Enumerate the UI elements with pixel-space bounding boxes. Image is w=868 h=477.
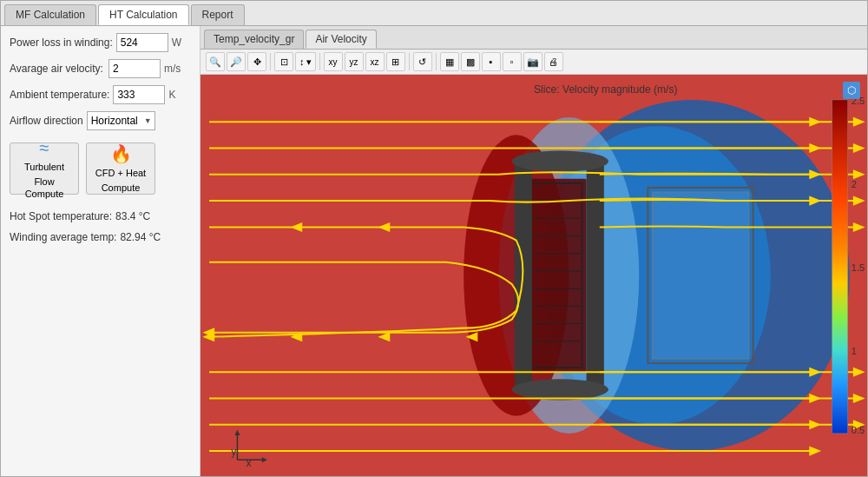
visualization-area[interactable]: Slice: Velocity magnitude (m/s) y x <box>201 75 867 476</box>
toolbar-sep-2 <box>319 53 320 70</box>
camera-icon: 📷 <box>527 56 539 68</box>
air-velocity-row: Avarage air velocity: m/s <box>10 59 191 78</box>
svg-rect-52 <box>832 100 848 434</box>
air-velocity-input[interactable] <box>108 59 161 78</box>
pan-icon: ✥ <box>253 56 261 68</box>
yz-label: yz <box>350 57 358 67</box>
home-button[interactable]: ⊞ <box>386 52 405 71</box>
airflow-direction-row: Airflow direction Horizontal Vertical ▼ <box>10 111 191 130</box>
yz-view-button[interactable]: yz <box>345 52 364 71</box>
turbulent-flow-compute-button[interactable]: ≈ Turbulent Flow Compute <box>10 142 79 195</box>
xy-view-button[interactable]: xy <box>324 52 343 71</box>
view-mode-3-icon: ▪ <box>490 56 493 67</box>
view-mode-2-button[interactable]: ▩ <box>461 52 480 71</box>
svg-text:x: x <box>247 457 252 469</box>
screenshot-button[interactable]: 📷 <box>523 52 542 71</box>
turbulent-flow-label-line2: Flow Compute <box>14 176 75 199</box>
svg-text:0.5: 0.5 <box>852 425 865 435</box>
cfd-heat-compute-button[interactable]: 🔥 CFD + Heat Compute <box>86 142 155 195</box>
cfd-visualization: Slice: Velocity magnitude (m/s) y x <box>201 75 867 476</box>
content-area: Power loss in winding: W Avarage air vel… <box>1 26 867 476</box>
visualization-toolbar: 🔍 🔎 ✥ ⊡ ↕ ▾ xy <box>201 50 867 75</box>
air-velocity-unit: m/s <box>164 63 181 75</box>
tab-report[interactable]: Report <box>191 4 245 25</box>
pan-button[interactable]: ✥ <box>247 52 266 71</box>
svg-rect-17 <box>587 162 604 390</box>
print-button[interactable]: 🖨 <box>544 52 563 71</box>
svg-point-21 <box>512 379 608 400</box>
fit-button[interactable]: ⊡ <box>274 52 293 71</box>
ambient-temp-row: Ambient temperature: K <box>10 85 191 104</box>
svg-text:2: 2 <box>852 179 857 189</box>
inner-tab-bar: Temp_velocity_gr Air Velocity <box>201 26 867 50</box>
left-panel: Power loss in winding: W Avarage air vel… <box>1 26 201 476</box>
view-mode-4-icon: ▫ <box>510 56 514 67</box>
cfd-heat-icon: 🔥 <box>110 143 132 164</box>
compute-buttons-group: ≈ Turbulent Flow Compute 🔥 CFD + Heat Co… <box>10 142 191 195</box>
svg-point-20 <box>512 151 608 172</box>
toolbar-sep-4 <box>436 53 437 70</box>
airflow-direction-dropdown-wrapper: Horizontal Vertical ▼ <box>87 111 155 130</box>
right-panel: Temp_velocity_gr Air Velocity 🔍 🔎 ✥ ⊡ <box>201 26 867 476</box>
winding-avg-value: 82.94 °C <box>120 231 161 243</box>
view-mode-2-icon: ▩ <box>466 56 475 68</box>
cfd-heat-label-line2: Compute <box>102 182 141 194</box>
svg-text:1.5: 1.5 <box>852 262 865 273</box>
print-icon: 🖨 <box>549 56 558 67</box>
refresh-icon: ↺ <box>418 56 426 68</box>
move-icon: ↕ <box>299 56 305 67</box>
zoom-in-icon: 🔍 <box>209 56 221 68</box>
ambient-temp-unit: K <box>168 89 175 101</box>
turbulent-flow-icon: ≈ <box>40 137 49 158</box>
main-window: MF Calculation HT Calculation Report Pow… <box>0 0 868 477</box>
fit-icon: ⊡ <box>280 56 288 68</box>
zoom-out-button[interactable]: 🔎 <box>227 52 246 71</box>
hot-spot-label: Hot Spot temperature: <box>10 210 112 222</box>
tab-mf-calculation[interactable]: MF Calculation <box>4 4 96 25</box>
winding-avg-label: Winding average temp: <box>10 231 116 243</box>
xz-view-button[interactable]: xz <box>365 52 385 71</box>
toolbar-sep-3 <box>409 53 410 70</box>
top-tab-bar: MF Calculation HT Calculation Report <box>1 1 867 26</box>
move-dropdown-button[interactable]: ↕ ▾ <box>295 52 316 71</box>
hot-spot-row: Hot Spot temperature: 83.4 °C <box>10 210 191 222</box>
zoom-out-icon: 🔎 <box>230 56 242 68</box>
corner-icon: ⬡ <box>843 82 860 99</box>
tab-temp-velocity-gr[interactable]: Temp_velocity_gr <box>204 30 304 49</box>
power-loss-input[interactable] <box>116 33 168 52</box>
hot-spot-value: 83.4 °C <box>115 210 150 222</box>
svg-text:y: y <box>231 446 237 458</box>
xz-label: xz <box>371 57 379 67</box>
tab-ht-calculation[interactable]: HT Calculation <box>98 4 188 25</box>
toolbar-sep-1 <box>270 53 271 70</box>
home-icon: ⊞ <box>391 56 399 68</box>
zoom-in-button[interactable]: 🔍 <box>206 52 225 71</box>
power-loss-label: Power loss in winding: <box>10 36 113 49</box>
svg-rect-19 <box>652 192 748 359</box>
corner-symbol: ⬡ <box>847 84 856 96</box>
chevron-down-icon: ▾ <box>306 56 312 68</box>
view-mode-1-icon: ▦ <box>445 56 454 68</box>
svg-text:1: 1 <box>852 346 857 356</box>
xy-label: xy <box>329 57 338 67</box>
refresh-button[interactable]: ↺ <box>413 52 432 71</box>
airflow-direction-select[interactable]: Horizontal Vertical <box>87 111 155 130</box>
ambient-temp-label: Ambient temperature: <box>10 89 109 101</box>
airflow-direction-label: Airflow direction <box>10 115 83 127</box>
svg-text:Slice: Velocity magnitude (m/s: Slice: Velocity magnitude (m/s) <box>534 83 678 96</box>
view-mode-1-button[interactable]: ▦ <box>440 52 459 71</box>
view-mode-3-button[interactable]: ▪ <box>482 52 501 71</box>
air-velocity-label: Avarage air velocity: <box>10 63 105 75</box>
ambient-temp-input[interactable] <box>113 85 165 104</box>
cfd-heat-label-line1: CFD + Heat <box>95 168 146 179</box>
winding-avg-row: Winding average temp: 82.94 °C <box>10 231 191 243</box>
svg-rect-5 <box>525 179 587 372</box>
tab-air-velocity[interactable]: Air Velocity <box>306 30 376 49</box>
view-mode-4-button[interactable]: ▫ <box>503 52 522 71</box>
power-loss-row: Power loss in winding: W <box>10 33 191 52</box>
turbulent-flow-label-line1: Turbulent <box>24 162 64 173</box>
power-loss-unit: W <box>172 36 181 49</box>
